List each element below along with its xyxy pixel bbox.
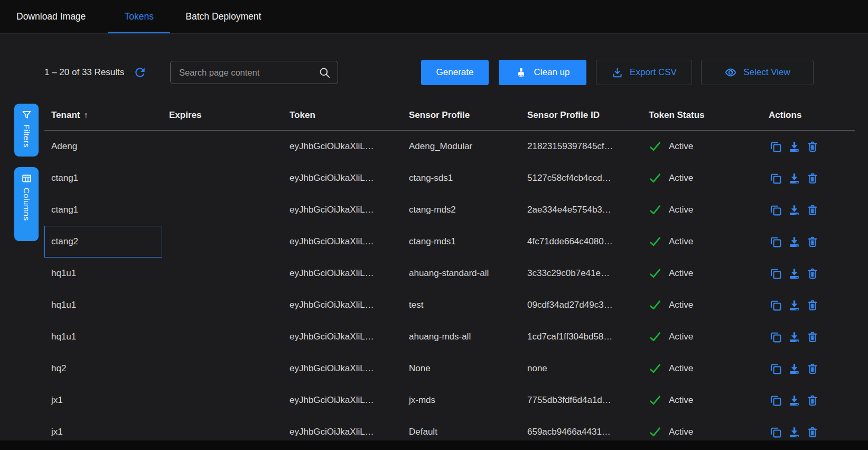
tab-tokens[interactable]: Tokens [108, 0, 170, 33]
trash-icon [806, 172, 819, 185]
tenant-cell[interactable]: ctang1 [44, 173, 162, 183]
filters-panel-tab[interactable]: Filters [14, 104, 39, 157]
copy-token-button[interactable] [769, 393, 782, 407]
table-row[interactable]: hq1u1 eyJhbGciOiJkaXliL… ahuang-mds-all … [44, 321, 855, 353]
column-header-tenant-label: Tenant [51, 110, 80, 121]
tenant-cell[interactable]: hq1u1 [44, 268, 162, 279]
select-view-button[interactable]: Select View [701, 60, 814, 85]
column-header-sensor-profile[interactable]: Sensor Profile [402, 110, 520, 121]
delete-token-button[interactable] [806, 393, 819, 407]
copy-token-button[interactable] [769, 140, 782, 153]
column-header-tenant[interactable]: Tenant ↑ [44, 110, 162, 121]
download-filled-icon [788, 235, 801, 249]
download-token-button[interactable] [787, 203, 801, 217]
copy-icon [769, 267, 782, 280]
download-token-button[interactable] [787, 298, 801, 312]
tenant-value: ctang2 [51, 236, 78, 247]
tenant-cell[interactable]: hq1u1 [44, 300, 162, 310]
columns-panel-tab[interactable]: Columns [14, 167, 39, 241]
tenant-cell[interactable]: ctang1 [44, 205, 162, 215]
column-header-token[interactable]: Token [283, 110, 402, 121]
refresh-button[interactable] [133, 65, 147, 80]
table-row[interactable]: hq2 eyJhbGciOiJkaXliL… None none Active [44, 353, 855, 384]
delete-token-button[interactable] [806, 203, 819, 217]
search-input[interactable] [171, 61, 319, 84]
token-cell: eyJhbGciOiJkaXliL… [283, 141, 402, 152]
delete-token-button[interactable] [806, 425, 819, 439]
delete-token-button[interactable] [806, 267, 819, 280]
copy-token-button[interactable] [769, 330, 782, 344]
tab-download-image[interactable]: Download Image [14, 0, 88, 33]
sensor-profile-id-cell: 2ae334e4e5754b3… [520, 205, 642, 215]
tenant-value: hq1u1 [51, 268, 76, 279]
column-header-token-status-label: Token Status [649, 110, 704, 121]
trash-icon [806, 362, 819, 375]
delete-token-button[interactable] [806, 330, 819, 344]
delete-token-button[interactable] [806, 362, 819, 375]
column-header-sensor-profile-label: Sensor Profile [409, 110, 470, 121]
columns-tab-label: Columns [22, 188, 31, 221]
tab-batch-deployment[interactable]: Batch Deployment [183, 0, 263, 33]
tenant-cell[interactable]: ctang2 [44, 226, 162, 258]
tenant-cell[interactable]: hq2 [44, 363, 162, 374]
sensor-profile-value: Default [409, 427, 437, 437]
generate-button[interactable]: Generate [421, 60, 489, 85]
download-filled-icon [788, 426, 801, 439]
download-token-button[interactable] [787, 393, 801, 407]
table-row[interactable]: jx1 eyJhbGciOiJkaXliL… Default 659acb946… [44, 416, 855, 448]
tenant-value: ctang1 [51, 173, 78, 183]
copy-token-button[interactable] [769, 203, 782, 217]
export-csv-button[interactable]: Export CSV [596, 60, 692, 85]
download-token-button[interactable] [787, 235, 801, 249]
table-row[interactable]: hq1u1 eyJhbGciOiJkaXliL… test 09cdf34ad2… [44, 289, 855, 321]
tenant-cell[interactable]: hq1u1 [44, 332, 162, 342]
download-filled-icon [788, 204, 801, 217]
column-header-token-status[interactable]: Token Status [642, 110, 762, 121]
sensor-profile-cell: test [402, 300, 520, 310]
copy-token-button[interactable] [769, 298, 782, 312]
sensor-profile-cell: jx-mds [402, 395, 520, 406]
copy-token-button[interactable] [769, 362, 782, 375]
copy-icon [769, 426, 782, 439]
token-status-cell: Active [642, 267, 762, 280]
sensor-profile-cell: ahuang-mds-all [402, 332, 520, 342]
tenant-cell[interactable]: jx1 [44, 427, 162, 437]
sensor-profile-cell: ctang-mds2 [402, 205, 520, 215]
column-header-sensor-profile-id[interactable]: Sensor Profile ID [520, 110, 642, 121]
table-row[interactable]: ctang2 eyJhbGciOiJkaXliL… ctang-mds1 4fc… [44, 226, 855, 258]
table-row[interactable]: jx1 eyJhbGciOiJkaXliL… jx-mds 7755db3fdf… [44, 384, 855, 416]
clean-up-button[interactable]: Clean up [499, 60, 586, 85]
copy-token-button[interactable] [769, 267, 782, 280]
delete-token-button[interactable] [806, 235, 819, 249]
copy-icon [769, 299, 782, 312]
tenant-value: jx1 [51, 395, 63, 406]
download-token-button[interactable] [787, 267, 801, 280]
actions-cell [762, 171, 855, 185]
tenant-cell[interactable]: jx1 [44, 395, 162, 406]
search-icon[interactable] [319, 67, 331, 79]
check-icon [649, 267, 661, 280]
download-token-button[interactable] [787, 362, 801, 375]
delete-token-button[interactable] [806, 298, 819, 312]
eye-icon [724, 66, 737, 79]
table-row[interactable]: hq1u1 eyJhbGciOiJkaXliL… ahuang-standard… [44, 258, 855, 289]
check-icon [649, 394, 661, 407]
copy-token-button[interactable] [769, 425, 782, 439]
trash-icon [806, 267, 819, 280]
table-row[interactable]: ctang1 eyJhbGciOiJkaXliL… ctang-mds2 2ae… [44, 194, 855, 226]
token-cell: eyJhbGciOiJkaXliL… [283, 363, 402, 374]
table-row[interactable]: ctang1 eyJhbGciOiJkaXliL… ctang-sds1 512… [44, 162, 855, 194]
tenant-cell[interactable]: Adeng [44, 141, 162, 152]
download-token-button[interactable] [787, 140, 801, 153]
download-token-button[interactable] [787, 425, 801, 439]
copy-token-button[interactable] [769, 171, 782, 185]
download-token-button[interactable] [787, 171, 801, 185]
download-token-button[interactable] [787, 330, 801, 344]
token-value: eyJhbGciOiJkaXliL… [290, 268, 374, 279]
column-header-expires[interactable]: Expires [162, 110, 283, 121]
table-row[interactable]: Adeng eyJhbGciOiJkaXliL… Adeng_Modular 2… [44, 131, 855, 162]
sensor-profile-id-cell: 659acb9466a4431… [520, 427, 642, 437]
copy-token-button[interactable] [769, 235, 782, 249]
delete-token-button[interactable] [806, 171, 819, 185]
delete-token-button[interactable] [806, 140, 819, 153]
